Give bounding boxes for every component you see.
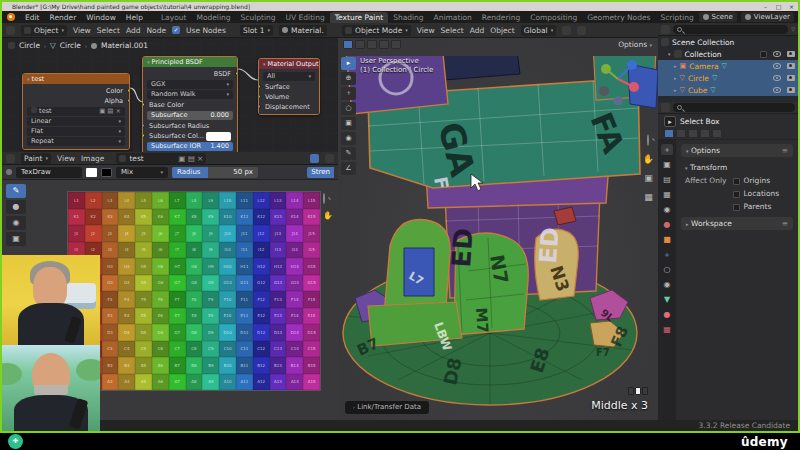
base-color-socket[interactable] <box>142 102 145 107</box>
disclosure-icon[interactable]: ▾ <box>668 51 671 57</box>
transform-subsection[interactable]: ▾ Transform <box>681 161 793 174</box>
target-dropdown[interactable]: All▾ <box>263 72 315 81</box>
maximize-button[interactable]: □ <box>772 2 785 11</box>
tab-world[interactable]: ● <box>661 219 673 230</box>
tab-scripting[interactable]: Scripting <box>655 12 698 23</box>
scene-selector[interactable]: Scene <box>699 12 737 22</box>
options-section-header[interactable]: ▾ Options≡ <box>681 144 793 157</box>
principled-bsdf-title[interactable]: ▾ Principled BSDF <box>143 57 237 67</box>
close-button[interactable]: × <box>785 2 798 11</box>
select-box-tool[interactable]: ▸ <box>341 57 356 70</box>
filter-icon[interactable]: ▽ <box>791 26 795 32</box>
image-texture-node-title[interactable]: ▾ test <box>23 74 129 84</box>
subsurface-color-swatch[interactable] <box>206 132 231 141</box>
tab-material[interactable]: ● <box>661 309 673 320</box>
vp-menu-view[interactable]: View <box>417 26 435 35</box>
primary-color-swatch[interactable] <box>86 168 97 177</box>
subsurface-slider[interactable]: Subsurface0.000 <box>147 111 233 120</box>
camera-view-icon[interactable]: ▣ <box>643 173 654 183</box>
outliner-search-input[interactable] <box>673 25 788 34</box>
transform-orientation-dropdown[interactable]: Global▾ <box>521 25 556 36</box>
measure-tool[interactable]: ∠ <box>341 162 356 175</box>
view-settings-button[interactable] <box>310 154 319 163</box>
brush-icon[interactable] <box>6 169 12 175</box>
mode-icon[interactable] <box>676 129 686 138</box>
blend-mode-dropdown[interactable]: Mix▾ <box>116 167 168 178</box>
projection-dropdown[interactable]: Flat▾ <box>27 127 125 136</box>
vp-menu-object[interactable]: Object <box>490 26 514 35</box>
shading-context-dropdown[interactable]: Object▾ <box>21 25 67 36</box>
tab-rendering[interactable]: Rendering <box>477 12 525 23</box>
shading-mode-button[interactable] <box>367 40 377 49</box>
shader-menu-view[interactable]: View <box>73 26 91 35</box>
mode-icon[interactable] <box>688 129 698 138</box>
viewport-3d[interactable]: Object Mode▾ View Select Add Object Glob… <box>338 23 658 420</box>
interpolation-dropdown[interactable]: Linear▾ <box>27 117 125 126</box>
hide-eye-icon[interactable] <box>773 51 781 57</box>
secondary-color-swatch[interactable] <box>101 168 112 177</box>
brush-name-field[interactable]: TexDraw <box>16 167 82 178</box>
scale-tool[interactable]: ▣ <box>341 117 356 130</box>
tab-texture[interactable]: ▦ <box>661 324 673 335</box>
hide-eye-icon[interactable] <box>773 63 781 69</box>
extension-dropdown[interactable]: Repeat▾ <box>27 137 125 146</box>
paint-menu-view[interactable]: View <box>57 154 75 163</box>
material-picker[interactable]: Material. <box>279 25 327 36</box>
mode-dropdown[interactable]: Object Mode▾ <box>342 25 411 36</box>
outliner-row-camera[interactable]: ▸ ▣ Camera ▽ <box>658 60 798 72</box>
subsurface-ior-slider[interactable]: Subsurface IOR1.400 <box>147 142 233 151</box>
display-channels-button[interactable] <box>325 154 334 163</box>
outliner-row-collection[interactable]: ▾ Collection <box>658 48 798 60</box>
tab-output[interactable]: ▤ <box>661 174 673 185</box>
displacement-socket[interactable] <box>258 104 261 109</box>
tab-scene[interactable]: ◉ <box>661 204 673 215</box>
tab-layout[interactable]: Layout <box>156 12 192 23</box>
material-slot-dropdown[interactable]: Slot 1▾ <box>240 25 273 36</box>
proportional-edit-icon[interactable] <box>577 26 586 35</box>
display-mode-icon[interactable] <box>661 25 670 34</box>
pan-hand-icon[interactable]: ✋ <box>323 211 333 220</box>
menu-edit[interactable]: Edit <box>25 13 40 22</box>
origins-checkbox[interactable] <box>733 178 740 185</box>
view-layer-selector[interactable]: ViewLayer <box>741 12 794 22</box>
shading-mode-button[interactable] <box>355 40 365 49</box>
shader-menu-node[interactable]: Node <box>146 26 166 35</box>
subsurface-method-dropdown[interactable]: Random Walk▾ <box>147 90 233 99</box>
editor-type-icon[interactable] <box>6 26 15 35</box>
uv-test-grid-canvas[interactable]: L1L2L3L4L5L6L7L8L9L10L11L12L13L14L15K1K2… <box>68 192 320 390</box>
disable-render-icon[interactable] <box>787 63 795 69</box>
tab-uv-editing[interactable]: UV Editing <box>281 12 330 23</box>
operator-panel[interactable]: › Link/Transfer Data <box>345 401 429 414</box>
menu-window[interactable]: Window <box>86 13 116 22</box>
shading-mode-button[interactable] <box>391 40 401 49</box>
tab-texture-paint[interactable]: Texture Paint <box>330 12 388 23</box>
rotate-tool[interactable]: ○ <box>341 102 356 115</box>
material-output-node[interactable]: ▾ Material Output All▾ Surface Volume Di… <box>258 58 320 115</box>
shader-menu-add[interactable]: Add <box>126 26 141 35</box>
bsdf-socket[interactable] <box>235 71 238 76</box>
cursor-tool[interactable]: ⊕ <box>341 72 356 85</box>
mode-icon[interactable] <box>712 129 722 138</box>
disable-render-icon[interactable] <box>787 51 795 57</box>
pan-hand-icon[interactable]: ✋ <box>643 154 654 164</box>
shader-menu-select[interactable]: Select <box>97 26 120 35</box>
tab-render[interactable]: ▣ <box>661 159 673 170</box>
surface-socket[interactable] <box>258 84 261 89</box>
outliner-row-scene-collection[interactable]: Scene Collection <box>658 36 798 48</box>
subsurface-radius-input[interactable]: Subsurface Radius <box>143 121 237 131</box>
shading-mode-button[interactable] <box>379 40 389 49</box>
smear-tool-button[interactable]: ◉ <box>6 216 26 230</box>
options-dropdown[interactable]: Options ▾ <box>618 40 652 49</box>
tab-particles[interactable]: ○ <box>661 264 673 275</box>
disable-render-icon[interactable] <box>787 75 795 81</box>
disclosure-icon[interactable]: ▸ <box>674 63 677 69</box>
shading-mode-button[interactable] <box>343 40 353 49</box>
minimize-button[interactable]: – <box>759 2 772 11</box>
editor-type-icon[interactable] <box>6 154 15 163</box>
transform-tool[interactable]: ◉ <box>341 132 356 145</box>
disclosure-icon[interactable]: ▸ <box>674 75 677 81</box>
properties-search-input[interactable] <box>673 103 795 112</box>
tab-object[interactable]: ■ <box>661 234 673 245</box>
use-nodes-checkbox[interactable]: ✓ <box>172 26 180 34</box>
menu-help[interactable]: Help <box>126 13 143 22</box>
